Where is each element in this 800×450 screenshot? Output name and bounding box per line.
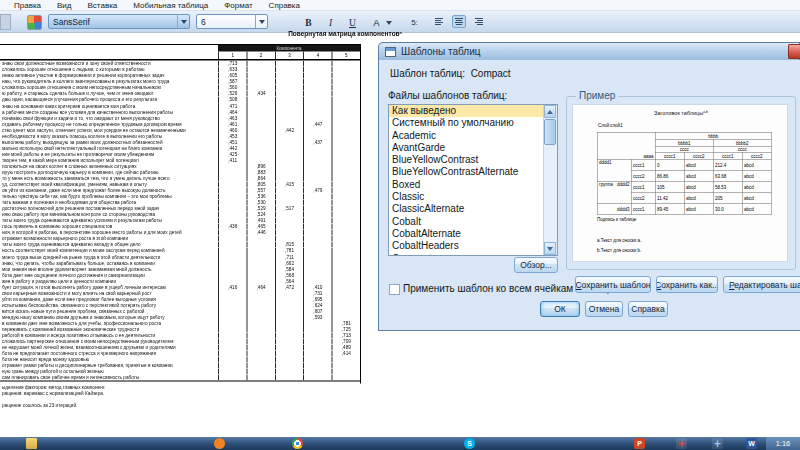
ok-button[interactable]: ОК <box>540 301 580 317</box>
preview-cell: abcd <box>684 170 713 181</box>
preview-row-label: cccc1 <box>631 181 655 192</box>
font-color-chevron-icon[interactable] <box>384 14 394 31</box>
skype-icon[interactable]: S <box>464 438 475 449</box>
chrome-icon[interactable] <box>292 438 303 449</box>
component-column-number: 3 <box>275 52 303 60</box>
list-item[interactable]: BlueYellowContrast <box>389 154 544 166</box>
iterations-footnote: ращение сошлось за 23 итераций. <box>2 403 77 409</box>
example-label: Пример <box>576 90 618 101</box>
preview-cell: abcd <box>742 203 771 214</box>
preview-cell: abcd <box>742 159 771 170</box>
preview-cell: abcd <box>742 192 771 203</box>
font-color-button[interactable]: A <box>368 14 385 31</box>
preview-cell: 105 <box>655 181 684 192</box>
orange-app-icon[interactable] <box>214 438 225 449</box>
toolbar-fragment-icon <box>0 14 11 30</box>
preview-row-label: cccc1 <box>631 203 655 214</box>
list-item[interactable]: Boxed <box>389 179 544 191</box>
extraction-method-footnote: ыделения факторов: метод главных компоне… <box>2 384 106 390</box>
chevron-down-icon[interactable] <box>177 15 189 28</box>
preview-row-label: cccc2 <box>631 170 655 181</box>
help-button[interactable]: Справка <box>628 301 668 317</box>
italic-button[interactable]: I <box>322 14 339 31</box>
cancel-button[interactable]: Отмена <box>585 301 623 317</box>
pivot-rows: знаю свои должностные возможности и зону… <box>0 61 361 382</box>
component-column-number: 4 <box>303 52 331 60</box>
pivot-cell <box>246 375 274 381</box>
list-item[interactable]: ClassicAlternate <box>389 203 544 215</box>
close-icon[interactable] <box>788 44 800 59</box>
align-right-button[interactable] <box>472 15 486 28</box>
browse-button[interactable]: Обзор... <box>514 257 558 273</box>
folder-icon[interactable] <box>26 438 37 449</box>
component-column-number: 2 <box>246 52 274 60</box>
pivot-color-grid-icon[interactable] <box>27 15 42 30</box>
preview-footnote-b: b.Текст для сноски b. <box>597 248 641 253</box>
bold-button[interactable]: B <box>300 14 317 31</box>
list-item[interactable]: AvantGarde <box>389 142 544 154</box>
font-family-select[interactable]: SansSerif <box>48 14 190 29</box>
preview-cell: 212.4 <box>713 159 742 170</box>
powerpoint-icon[interactable]: P <box>634 438 645 449</box>
table-template-icon <box>385 47 396 57</box>
align-center-button[interactable] <box>452 15 466 28</box>
spss-red-icon[interactable]: + <box>676 438 687 449</box>
preview-cell: abcd <box>684 159 713 170</box>
menu-item[interactable]: Правка <box>6 1 49 10</box>
component-column-numbers: 12345 <box>218 52 360 60</box>
font-size-select[interactable]: 6 <box>196 14 268 29</box>
preview-cell: 63.68 <box>713 170 742 181</box>
list-item[interactable]: CobaltAlternate <box>389 228 544 240</box>
chevron-down-icon[interactable] <box>255 15 267 28</box>
edit-template-button[interactable]: Редактировать шаблон <box>723 276 800 293</box>
rotation-method-footnote: ращения: варимакс с нормализацией Кайзер… <box>2 391 104 397</box>
template-value: Compact <box>471 68 511 79</box>
list-item[interactable]: BlueYellowContrastAlternate <box>389 166 544 178</box>
decimals-button[interactable]: 5: <box>406 14 423 31</box>
list-item[interactable]: Как выведено <box>389 105 544 117</box>
save-template-button[interactable]: Сохранить шаблон <box>575 276 651 293</box>
apply-to-all-cells-checkbox[interactable] <box>389 284 400 295</box>
scroll-up-icon[interactable] <box>544 105 556 118</box>
list-item[interactable]: Academic <box>389 130 544 142</box>
word-icon[interactable]: W <box>746 438 757 449</box>
preview-layer-label: Слой:слой1 <box>598 123 623 128</box>
preview-leaf: cccc2 <box>684 152 713 159</box>
preview-cell: abcd <box>684 203 713 214</box>
preview-table-title: Заголовок таблицыa,b <box>573 110 789 116</box>
align-left-button[interactable] <box>432 15 446 28</box>
spss-blue-icon[interactable]: + <box>712 438 723 449</box>
preview-group2: группаdddd2 <box>597 181 631 203</box>
list-item[interactable]: Системный по умолчанию <box>389 117 544 129</box>
font-family-value: SansSerif <box>53 17 90 27</box>
preview-col-top: bbbb <box>655 132 771 139</box>
pivot-table-editor: Повернутая матрица компонентовa Компонен… <box>0 30 361 415</box>
scroll-down-icon[interactable] <box>544 242 556 255</box>
list-item[interactable]: CobaltHeaders <box>389 240 544 252</box>
scrollbar-thumb[interactable] <box>544 119 556 145</box>
preview-table: aaaa bbbb bbbb1 bbbb2 cccc cccc cccc1 cc… <box>597 132 772 215</box>
preview-group1: dddd1 <box>597 159 631 181</box>
menu-item[interactable]: Формат <box>216 1 260 10</box>
menu-item[interactable]: Вставка <box>80 1 126 10</box>
list-item[interactable]: Compact <box>389 253 544 255</box>
preview-cell: 89.45 <box>655 203 684 214</box>
menu-item[interactable]: Справка <box>261 1 308 10</box>
menu-item[interactable]: Мобильная таблица <box>125 1 216 10</box>
menu-item[interactable]: Вид <box>49 1 79 10</box>
save-as-button[interactable]: Сохранить как... <box>656 276 718 293</box>
pivot-row[interactable]: сам планировать свое рабочее время и инт… <box>0 375 360 381</box>
screen: ПравкаВидВставкаМобильная таблицаФорматС… <box>0 0 800 450</box>
pivot-cell <box>275 375 303 381</box>
preview-row-label: cccc2 <box>631 192 655 203</box>
component-column-number: 1 <box>218 52 246 60</box>
dialog-title-bar[interactable]: Шаблоны таблиц <box>378 42 800 60</box>
list-item[interactable]: Cobalt <box>389 216 544 228</box>
preview-cell: 58.53 <box>713 181 742 192</box>
template-files-listbox[interactable]: Как выведеноСистемный по умолчаниюAcadem… <box>388 104 558 256</box>
underline-button[interactable]: U <box>344 14 361 31</box>
list-item[interactable]: Classic <box>389 191 544 203</box>
list-scrollbar[interactable] <box>543 105 557 255</box>
files-label: Файлы шаблонов таблиц: <box>388 90 507 101</box>
taskbar-clock[interactable]: 1:16 <box>766 437 800 450</box>
